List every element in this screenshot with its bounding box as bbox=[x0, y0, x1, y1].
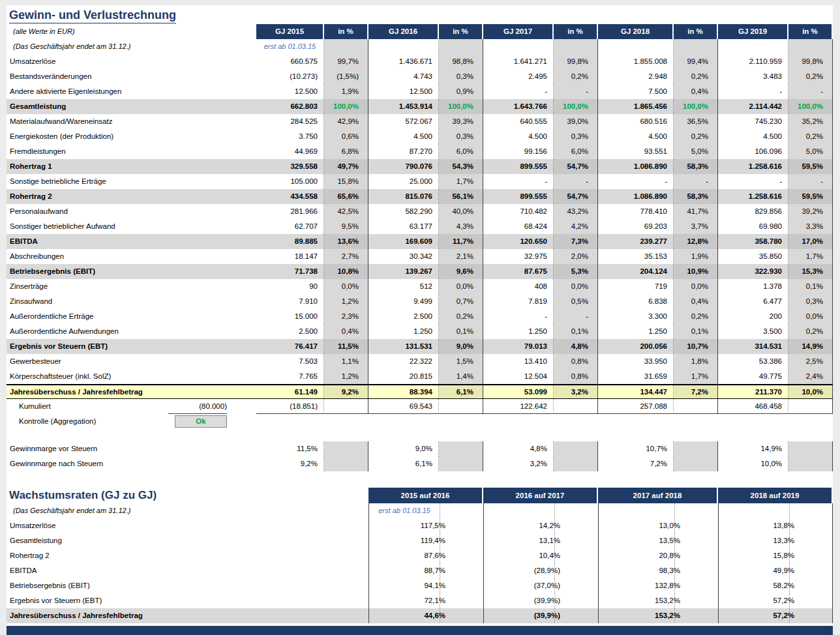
value-cell[interactable]: 69.980 bbox=[718, 219, 788, 234]
percent-cell[interactable]: 0,2% bbox=[674, 69, 718, 84]
value-cell[interactable]: - bbox=[483, 174, 554, 189]
percent-cell[interactable]: 0,2% bbox=[788, 324, 833, 339]
percent-cell[interactable]: 2,0% bbox=[554, 249, 598, 264]
percent-cell[interactable]: 4,3% bbox=[439, 219, 483, 234]
percent-cell[interactable]: 42,9% bbox=[324, 114, 368, 129]
value-cell[interactable]: 106.096 bbox=[718, 144, 788, 159]
value-cell[interactable]: 7.819 bbox=[483, 294, 554, 309]
value-cell[interactable]: 44.969 bbox=[256, 144, 324, 159]
percent-cell[interactable]: 39,3% bbox=[439, 114, 483, 129]
value-cell[interactable]: 9,0% bbox=[368, 441, 439, 456]
value-cell[interactable]: 131.531 bbox=[368, 339, 439, 354]
percent-cell[interactable]: 2,4% bbox=[788, 369, 833, 384]
percent-cell[interactable]: 2,5% bbox=[788, 354, 833, 369]
value-cell[interactable]: 468.458 bbox=[718, 399, 788, 414]
percent-cell[interactable]: 10,9% bbox=[674, 264, 718, 279]
percent-cell[interactable]: 0,2% bbox=[674, 309, 718, 324]
value-cell[interactable]: 31.659 bbox=[598, 369, 674, 384]
value-cell[interactable]: 582.290 bbox=[368, 204, 439, 219]
value-cell[interactable]: 710.482 bbox=[483, 204, 554, 219]
percent-cell[interactable]: - bbox=[674, 174, 718, 189]
percent-cell[interactable]: 100,0% bbox=[439, 99, 483, 114]
growth-cell[interactable]: 57,2% bbox=[718, 608, 833, 623]
value-cell[interactable]: 99.156 bbox=[483, 144, 554, 159]
value-cell[interactable]: 7.503 bbox=[256, 354, 324, 369]
percent-cell[interactable]: 58,3% bbox=[674, 189, 718, 204]
value-cell[interactable]: 1.258.616 bbox=[718, 189, 788, 204]
value-cell[interactable]: 122.642 bbox=[483, 399, 554, 414]
percent-cell[interactable]: 3,2% bbox=[554, 385, 598, 398]
percent-cell[interactable] bbox=[324, 399, 368, 414]
value-cell[interactable]: 15.000 bbox=[256, 309, 324, 324]
value-cell[interactable]: 14,9% bbox=[718, 441, 788, 456]
percent-cell[interactable]: 54,7% bbox=[554, 189, 598, 204]
percent-cell[interactable]: 9,0% bbox=[439, 339, 483, 354]
value-cell[interactable]: 1.086.890 bbox=[598, 189, 674, 204]
growth-cell[interactable]: 88,7% bbox=[368, 563, 483, 578]
value-cell[interactable]: 204.124 bbox=[598, 264, 674, 279]
value-cell[interactable]: 4.500 bbox=[483, 129, 554, 144]
percent-cell[interactable]: 0,4% bbox=[674, 84, 718, 99]
value-cell[interactable]: 4,8% bbox=[483, 441, 554, 456]
percent-cell[interactable]: 99,8% bbox=[788, 54, 833, 69]
percent-cell[interactable]: 9,5% bbox=[324, 219, 368, 234]
percent-cell[interactable]: 56,1% bbox=[439, 189, 483, 204]
percent-cell[interactable]: 0,1% bbox=[674, 324, 718, 339]
growth-cell[interactable]: 15,8% bbox=[718, 548, 833, 563]
value-cell[interactable]: 2.110.959 bbox=[718, 54, 788, 69]
percent-cell[interactable]: - bbox=[554, 84, 598, 99]
value-cell[interactable]: 4.500 bbox=[368, 129, 439, 144]
growth-cell[interactable]: 153,2% bbox=[598, 608, 718, 623]
value-cell[interactable]: 89.885 bbox=[256, 234, 324, 249]
percent-cell[interactable]: 99,4% bbox=[674, 54, 718, 69]
percent-cell[interactable]: 54,7% bbox=[554, 159, 598, 174]
percent-cell[interactable]: 6,1% bbox=[439, 385, 483, 398]
percent-cell[interactable]: 0,2% bbox=[439, 309, 483, 324]
percent-cell[interactable]: 0,1% bbox=[788, 279, 833, 294]
percent-cell[interactable]: 0,7% bbox=[439, 294, 483, 309]
percent-cell[interactable]: 1,9% bbox=[324, 84, 368, 99]
value-cell[interactable]: 53.099 bbox=[483, 385, 554, 398]
value-cell[interactable]: - bbox=[483, 84, 554, 99]
value-cell[interactable]: 71.738 bbox=[256, 264, 324, 279]
percent-cell[interactable]: 5,0% bbox=[788, 144, 833, 159]
value-cell[interactable]: 2.500 bbox=[368, 309, 439, 324]
value-cell[interactable]: 22.322 bbox=[368, 354, 439, 369]
percent-cell[interactable]: 10,8% bbox=[324, 264, 368, 279]
value-cell[interactable]: 1.855.008 bbox=[598, 54, 674, 69]
percent-cell[interactable]: 59,5% bbox=[788, 159, 833, 174]
value-cell[interactable]: 1.453.914 bbox=[368, 99, 439, 114]
value-cell[interactable]: - bbox=[598, 174, 674, 189]
percent-cell[interactable]: 42,5% bbox=[324, 204, 368, 219]
value-cell[interactable]: 257.088 bbox=[598, 399, 674, 414]
value-cell[interactable]: 899.555 bbox=[483, 189, 554, 204]
growth-cell[interactable]: 49,9% bbox=[718, 563, 833, 578]
percent-cell[interactable]: 0,2% bbox=[788, 69, 833, 84]
value-cell[interactable]: 6.838 bbox=[598, 294, 674, 309]
growth-cell[interactable]: (28,9%) bbox=[483, 563, 598, 578]
percent-cell[interactable]: 0,3% bbox=[439, 69, 483, 84]
percent-cell[interactable]: 100,0% bbox=[554, 99, 598, 114]
value-cell[interactable]: 12.500 bbox=[368, 84, 439, 99]
percent-cell[interactable]: 1,7% bbox=[439, 174, 483, 189]
value-cell[interactable]: 1.086.890 bbox=[598, 159, 674, 174]
value-cell[interactable]: 778.410 bbox=[598, 204, 674, 219]
percent-cell[interactable]: 39,0% bbox=[554, 114, 598, 129]
percent-cell[interactable]: 5,0% bbox=[674, 144, 718, 159]
growth-cell[interactable]: (39,9%) bbox=[483, 608, 598, 623]
value-cell[interactable]: 434.558 bbox=[256, 189, 324, 204]
percent-cell[interactable]: 6,0% bbox=[554, 144, 598, 159]
value-cell[interactable]: 10,7% bbox=[598, 441, 674, 456]
growth-cell[interactable]: 10,4% bbox=[483, 548, 598, 563]
percent-cell[interactable]: 1,7% bbox=[674, 369, 718, 384]
value-cell[interactable]: 120.650 bbox=[483, 234, 554, 249]
value-cell[interactable]: 1.250 bbox=[598, 324, 674, 339]
percent-cell[interactable] bbox=[674, 399, 718, 414]
growth-cell[interactable]: (39,9%) bbox=[483, 593, 598, 608]
percent-cell[interactable]: 0,3% bbox=[554, 129, 598, 144]
value-cell[interactable]: 314.531 bbox=[718, 339, 788, 354]
percent-cell[interactable]: 43,2% bbox=[554, 204, 598, 219]
value-cell[interactable]: 134.447 bbox=[598, 385, 674, 398]
value-cell[interactable]: 7.910 bbox=[256, 294, 324, 309]
value-cell[interactable]: 680.516 bbox=[598, 114, 674, 129]
